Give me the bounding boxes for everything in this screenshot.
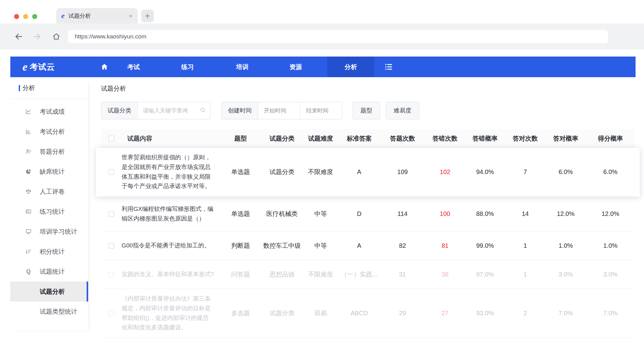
correct-rate: 12.0%	[545, 210, 586, 217]
back-icon[interactable]	[14, 32, 23, 41]
sidebar-item-question-type-stats[interactable]: 试题类型统计	[10, 302, 88, 322]
standard-answer: ABCD	[339, 310, 380, 317]
filter-bar: 试题分类 创建时间	[101, 102, 635, 119]
create-time-group: 创建时间	[221, 102, 342, 119]
question-category: 思想品德	[261, 270, 303, 279]
sidebar-header: 分析	[10, 77, 88, 99]
attempt-count: 109	[380, 168, 425, 176]
tab-close-icon[interactable]: ×	[129, 12, 133, 19]
score-rate: 1.0%	[586, 242, 635, 249]
column-header-attempts: 答题次数	[380, 134, 425, 143]
attempt-count: 114	[380, 210, 425, 217]
logo-text: 考试云	[30, 62, 55, 72]
sidebar-item-answer-analysis[interactable]: 答题分析	[10, 142, 88, 162]
wrong-count: 100	[425, 210, 465, 217]
sidebar-item-exam-scores[interactable]: 考试成绩	[10, 102, 88, 122]
minimize-window-button[interactable]	[23, 14, 28, 19]
sidebar-item-points-stats[interactable]: 积分统计	[10, 242, 88, 262]
tab-favicon: e	[61, 12, 65, 20]
wrong-count: 27	[425, 310, 465, 317]
standard-answer: （一）实践...	[339, 270, 380, 279]
wrong-rate: 99.0%	[465, 242, 505, 249]
table-row[interactable]: 《内部审计质量评估办法》第三条规定，内部审计质量评估的目标是帮助组织()，促进内…	[101, 289, 635, 338]
sidebar-item-practice-stats[interactable]: 练习统计	[10, 202, 88, 222]
column-header-correct-rate: 答对概率	[545, 134, 586, 143]
end-time-input[interactable]	[300, 107, 342, 114]
column-header-score-rate: 得分概率	[586, 134, 635, 143]
home-icon[interactable]	[52, 32, 61, 41]
nav-item-training[interactable]: 培训	[224, 57, 261, 77]
table-header: 试题内容 题型 试题分类 试题难度 标准答案 答题次数 答错次数 答错概率 答对…	[101, 129, 635, 148]
list-menu-icon[interactable]	[384, 57, 394, 77]
main-content: 试题分析 试题分类 创建时间	[88, 77, 636, 338]
sidebar: 分析 考试成绩 考试分析	[10, 77, 88, 331]
nav-home-icon[interactable]	[100, 57, 108, 77]
question-type-filter-button[interactable]: 题型	[353, 102, 380, 119]
start-time-input[interactable]	[258, 107, 300, 114]
table-row[interactable]: 世界贸易组织所提倡的（）原则，是全国就所有产业开放市场实现总体互惠和利益平衡，并…	[96, 148, 640, 197]
user-check-icon	[25, 148, 32, 155]
column-header-content: 试题内容	[120, 133, 220, 143]
create-time-label: 创建时间	[222, 102, 258, 119]
attempt-count: 31	[380, 271, 425, 278]
forward-icon[interactable]	[33, 32, 41, 41]
score-rate: 3.0%	[586, 271, 635, 278]
line-chart-icon	[25, 108, 32, 115]
column-header-answer: 标准答案	[339, 134, 380, 143]
correct-count: 1	[505, 242, 545, 249]
nav-item-analysis[interactable]: 分析	[327, 57, 374, 77]
question-content: 实践的含义、基本特征和基本形式?	[120, 265, 220, 284]
correct-rate: 6.0%	[545, 168, 586, 176]
question-difficulty: 不限难度	[303, 168, 339, 176]
sidebar-item-training-stats[interactable]: 培训学习统计	[10, 222, 88, 242]
row-checkbox[interactable]	[108, 243, 114, 249]
address-bar[interactable]	[68, 30, 608, 43]
new-tab-button[interactable]: +	[141, 10, 154, 22]
attempt-count: 82	[380, 242, 425, 249]
sidebar-item-manual-grading[interactable]: 人工评卷	[10, 182, 88, 202]
url-input[interactable]	[68, 30, 608, 43]
keyword-search-field[interactable]	[138, 102, 210, 119]
correct-count: 14	[505, 210, 545, 217]
scale-icon	[25, 188, 32, 195]
nav-item-exam[interactable]: 考试	[115, 57, 152, 77]
sidebar-menu: 考试成绩 考试分析 答题分析	[10, 99, 88, 322]
row-checkbox[interactable]	[108, 169, 114, 175]
row-checkbox[interactable]	[108, 272, 114, 277]
question-category: 医疗机械类	[261, 210, 303, 218]
wrong-count: 102	[425, 168, 465, 176]
row-checkbox[interactable]	[108, 311, 114, 316]
difficulty-filter-button[interactable]: 难易度	[386, 102, 419, 119]
table-row[interactable]: 实践的含义、基本特征和基本形式? 问答题 思想品德 不限难度 （一）实践... …	[101, 260, 635, 289]
nav-item-resources[interactable]: 资源	[277, 57, 314, 77]
standard-answer: A	[339, 242, 380, 249]
select-all-checkbox[interactable]	[108, 136, 114, 141]
zoom-window-button[interactable]	[32, 14, 37, 19]
question-content: 世界贸易组织所提倡的（）原则，是全国就所有产业开放市场实现总体互惠和利益平衡，并…	[120, 148, 220, 196]
table-row[interactable]: G00指令是不能勇于进给加工的。 判断题 数控车工中级 中等 A 82 81 9…	[101, 232, 635, 260]
column-header-wrong: 答错次数	[425, 134, 465, 143]
browser-tab[interactable]: e 试题分析 ×	[56, 8, 138, 23]
logo-e-glyph: e	[23, 60, 28, 73]
nav-item-practice[interactable]: 练习	[169, 57, 206, 77]
search-icon[interactable]	[200, 107, 206, 114]
sidebar-item-exam-analysis[interactable]: 考试分析	[10, 122, 88, 142]
sidebar-header-accent	[19, 85, 20, 91]
sidebar-item-question-analysis[interactable]: 试题分析	[10, 282, 88, 302]
question-difficulty: 容易	[303, 309, 339, 317]
bar-chart-icon	[25, 128, 32, 135]
category-filter-label[interactable]: 试题分类	[101, 102, 138, 119]
question-category: 数控车工中级	[261, 242, 303, 250]
tab-title: 试题分析	[68, 12, 129, 20]
table-row[interactable]: 利用GX编程软件编写梯形图式，编辑区内梯形图呈灰色原因是（） 单选题 医疗机械类…	[101, 197, 635, 232]
sidebar-item-absence-stats[interactable]: 缺席统计	[10, 162, 88, 182]
app-logo[interactable]: e 考试云	[23, 57, 55, 77]
standard-answer: A	[339, 168, 380, 176]
column-header-category: 试题分类	[261, 134, 303, 143]
start-time-field[interactable]	[258, 102, 300, 119]
sidebar-item-question-stats[interactable]: Q 试题统计	[10, 262, 88, 282]
question-category: 试题分类	[261, 168, 303, 176]
row-checkbox[interactable]	[108, 211, 114, 217]
end-time-field[interactable]	[300, 102, 342, 119]
close-window-button[interactable]	[14, 14, 19, 19]
